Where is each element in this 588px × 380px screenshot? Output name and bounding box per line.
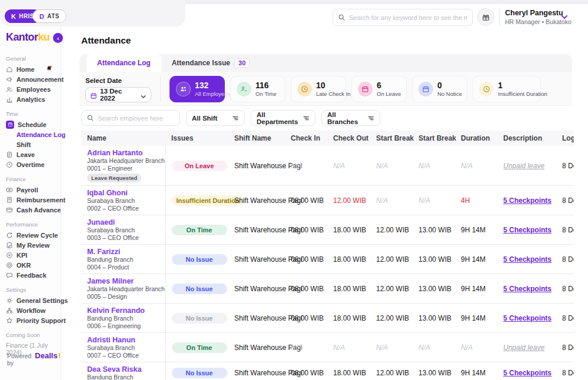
sidebar-item-okr[interactable]: OKR: [6, 260, 61, 270]
sidebar-item-kpi[interactable]: KPI: [6, 250, 61, 260]
stat-card-insufficient-duration[interactable]: 1Insufficient Duration: [473, 76, 541, 102]
sidebar-item-employees[interactable]: Employees: [6, 84, 61, 94]
start-break-1-value: 12.00 WIB: [376, 285, 409, 293]
duration-value: 9H 14M: [461, 369, 486, 377]
dropdown-label: All Branches: [327, 111, 367, 125]
stat-text: 1Insufficient Duration: [498, 81, 547, 97]
employee-name-link[interactable]: Kelvin Fernando: [87, 306, 160, 315]
sidebar-item-analytics[interactable]: Analytics: [6, 94, 61, 104]
cell-check-out: 18.00 WIB: [327, 274, 370, 304]
cell-description: 5 Checkpoints: [497, 186, 556, 215]
checkpoints-link[interactable]: 5 Checkpoints: [503, 314, 552, 322]
select-date-label: Select Date: [85, 77, 122, 84]
checkpoints-link[interactable]: 5 Checkpoints: [503, 226, 552, 234]
stat-label: Late Check In: [316, 91, 351, 97]
employee-name-link[interactable]: M. Farizzi: [87, 248, 160, 256]
mega-icon: [6, 76, 13, 83]
duration-value: 9H 14M: [461, 226, 486, 234]
cell-shift-name: Shift Warehouse Pagi: [228, 362, 285, 380]
sidebar-item-leave[interactable]: Leave: [6, 149, 61, 159]
kantorku-logo: Kantorku: [6, 31, 49, 43]
cell-description: Unpaid leave: [497, 146, 556, 186]
banknote-icon: [6, 186, 13, 194]
stat-card-on-leave[interactable]: 6On Leave: [351, 76, 407, 102]
cell-issues: No Issue: [165, 304, 228, 333]
stat-text: 132All Employees: [195, 81, 230, 97]
cell-issues: Insufficient Duration: [165, 186, 228, 215]
sidebar-item-announcement[interactable]: Announcement: [6, 74, 61, 84]
check-out-value: 18.00 WIB: [333, 314, 366, 322]
sidebar-item-label: Workflow: [16, 307, 45, 314]
tab-attendance-log[interactable]: Attendance Log: [87, 54, 161, 72]
sidebar-item-payroll[interactable]: Payroll: [6, 185, 61, 195]
sidebar-item-feedback[interactable]: Feedback: [6, 270, 61, 280]
checkpoints-link[interactable]: 5 Checkpoints: [503, 285, 552, 293]
sidebar-item-general-settings[interactable]: General Settings: [6, 295, 61, 305]
sidebar-item-my-review[interactable]: My Review: [6, 240, 61, 250]
sidebar-item-schedule[interactable]: Schedule: [6, 119, 61, 129]
employee-name-link[interactable]: James Milner: [87, 277, 160, 285]
sidebar-item-shift[interactable]: Shift: [6, 139, 61, 149]
sidebar-item-cash-advance[interactable]: Cash Advance: [6, 205, 61, 215]
cell-log-date: 8 Dec 2022: [556, 333, 574, 362]
checkpoints-link[interactable]: 5 Checkpoints: [503, 196, 552, 205]
tab-attendance-issue[interactable]: Attendance Issue 30: [161, 54, 261, 72]
employee-name-link[interactable]: Dea Seva Riska: [87, 365, 160, 374]
cell-log-date: 8 Dec 2022: [556, 304, 574, 333]
cell-start-break-2: 13.00 WIB: [413, 245, 455, 274]
sidebar-item-label: Overtime: [16, 161, 45, 168]
global-search[interactable]: [333, 9, 473, 26]
checkpoints-link[interactable]: 5 Checkpoints: [503, 369, 552, 377]
caldr-icon: [358, 82, 373, 96]
start-break-1-value: 12.00 WIB: [376, 226, 409, 234]
employee-search[interactable]: [81, 110, 180, 126]
employee-branch: Surabaya Branch: [87, 226, 160, 234]
chevron-down-icon[interactable]: [560, 13, 569, 21]
filter-dropdown-all-branches[interactable]: All Branches: [321, 110, 380, 126]
filter-sliders-icon: [232, 115, 239, 122]
sidebar-item-overtime[interactable]: Overtime: [6, 159, 61, 169]
stat-label: All Employees: [195, 91, 230, 97]
leave-requested-badge: Leave Requested: [87, 174, 141, 182]
stat-card-late-check-in[interactable]: 10Late Check In: [291, 76, 346, 102]
dealls-bang: !: [58, 351, 61, 360]
stat-card-no-notice[interactable]: 0No Notice: [412, 76, 467, 102]
check-out-value: 18.00 WIB: [333, 369, 366, 377]
cell-check-out: 18.00 WIB: [327, 304, 370, 333]
sidebar-item-home[interactable]: Home: [6, 64, 61, 74]
sidebar-item-label: Review Cycle: [16, 232, 58, 239]
cell-start-break-2: N/A: [413, 333, 455, 362]
sidebar-item-reimbursement[interactable]: Reimbursement: [6, 195, 61, 205]
ats-toggle-button[interactable]: D ATS: [32, 9, 67, 23]
employee-search-input[interactable]: [98, 115, 181, 122]
check-out-value: 12.00 WIB: [333, 196, 366, 205]
employee-name-link[interactable]: Iqbal Ghoni: [87, 189, 160, 197]
star-icon: [6, 317, 13, 324]
cell-duration: N/A: [455, 146, 497, 186]
date-picker[interactable]: 13 Dec 2022: [85, 87, 151, 102]
duration-value: N/A: [461, 162, 473, 170]
cell-duration: 9H 14M: [455, 245, 497, 274]
sidebar-item-priority-support[interactable]: Priority Support: [6, 315, 61, 325]
sidebar-item-review-cycle[interactable]: Review Cycle: [6, 230, 61, 240]
filter-dropdown-all-departments[interactable]: All Departments: [251, 110, 315, 126]
caldr-icon: [6, 121, 14, 129]
checkpoints-link[interactable]: 5 Checkpoints: [503, 255, 552, 264]
cell-description: 5 Checkpoints: [497, 215, 556, 245]
sidebar-item-attendance-log[interactable]: Attendance Log: [6, 129, 61, 139]
cell-check-in: N/A: [285, 333, 327, 362]
filter-dropdown-all-shift[interactable]: All Shift: [186, 110, 245, 126]
stat-card-on-time[interactable]: 116On Time: [230, 76, 285, 102]
sidebar-item-workflow[interactable]: Workflow: [6, 305, 61, 315]
cell-check-in: N/A: [285, 146, 327, 186]
gift-button[interactable]: [477, 8, 494, 26]
cell-check-out: 12.00 WIB: [327, 186, 370, 215]
employee-name-link[interactable]: Adristi Hanun: [87, 336, 160, 344]
column-header-log-date: Log Date: [556, 131, 574, 146]
sidebar-collapse-button[interactable]: ‹: [53, 33, 63, 43]
employee-name-link[interactable]: Adrian Hartanto: [87, 149, 160, 157]
global-search-input[interactable]: [349, 14, 467, 21]
stat-card-all-employees[interactable]: 132All Employees: [170, 76, 225, 102]
column-header-check-out: Check Out: [327, 131, 370, 146]
employee-name-link[interactable]: Junaedi: [87, 218, 160, 226]
